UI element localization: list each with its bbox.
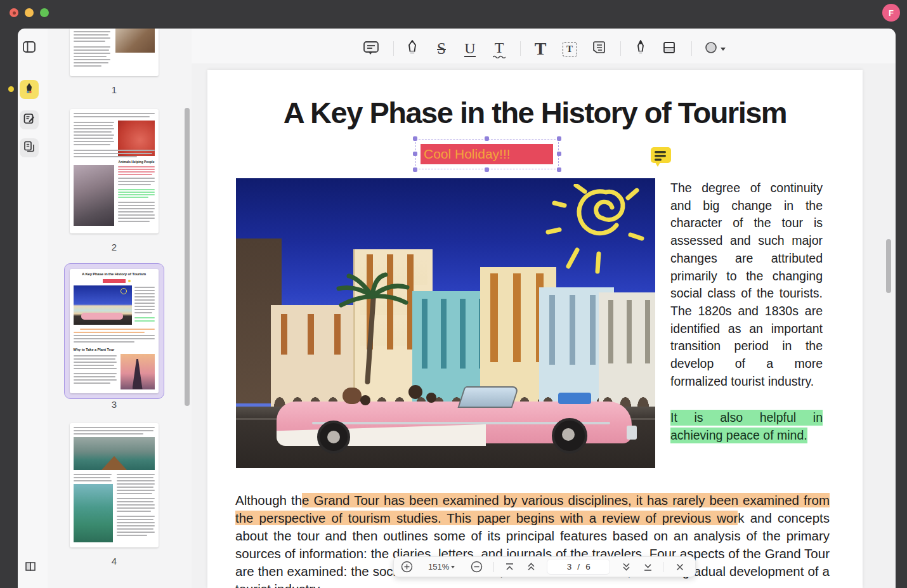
highlight-tool-button[interactable] [402,39,422,59]
page-separator: / [577,562,580,572]
body-text-right-column: The degree of continuity and big change … [670,180,823,390]
thumbnail-page-4-label: 4 [70,556,159,566]
highlighter-pen-icon [405,39,419,58]
eraser-icon [662,40,676,58]
thumb2-photo-cat [74,165,114,226]
first-page-button[interactable] [499,557,520,577]
selection-handle-ne[interactable] [557,136,561,141]
toggle-sidebar-button[interactable] [20,39,39,58]
strikethrough-icon: S [437,40,446,58]
thumbnail-page-4[interactable] [70,423,159,547]
green-highlighted-sentence[interactable]: It is also helpful in achieving peace of… [670,409,823,444]
circle-shape-icon [704,41,718,57]
blue-box [558,393,591,404]
sidebar-toggle-icon [22,41,36,56]
eraser-tool-button[interactable] [659,39,679,59]
thumbnail-page-2[interactable]: Animals Helping People [70,109,159,233]
book-icon [24,561,37,575]
zoom-window-button[interactable] [40,8,49,17]
add-text-tool-button[interactable]: T [530,39,551,59]
next-page-button[interactable] [615,557,637,577]
selection-handle-w[interactable] [413,152,417,156]
textbox-content[interactable]: Cool Holiday!!! [421,144,553,164]
zoom-in-button[interactable] [394,557,419,577]
zoom-out-button[interactable] [464,557,489,577]
squiggly-underline-tool-button[interactable]: T [489,39,509,59]
selection-handle-sw[interactable] [413,167,417,172]
green-highlight-mark: It is also helpful in achieving peace of… [670,410,823,443]
user-avatar[interactable]: F [882,4,900,22]
annotate-tool-button[interactable] [20,80,39,99]
active-tool-indicator-dot [8,86,14,92]
thumb2-heading: Animals Helping People [118,160,155,164]
current-page: 3 [567,562,572,572]
thumb3-redbox [103,279,126,283]
document-scrollbar[interactable] [886,239,891,293]
paragraph-pre: Although th [235,493,302,507]
selection-handle-n[interactable] [485,136,489,141]
thumb4-photo-lake [74,437,155,470]
squiggly-underline-icon: T [495,40,504,55]
zoom-level-dropdown[interactable]: 151% [419,557,464,577]
selected-textbox-annotation[interactable]: Cool Holiday!!! [415,139,559,169]
sticky-note-tool-button[interactable] [589,39,609,59]
thumb3-note-dot [128,280,131,282]
thumbnail-page-3-label: 3 [70,399,159,410]
thumb3-section-heading: Why to Take a Plant Tour [74,348,137,351]
thumbnail-page-3-selected[interactable]: A Key Phase in the History of Tourism Wh… [64,263,164,399]
thumbnail-page-2-label: 2 [70,242,159,252]
pages-copy-icon [23,140,36,155]
thumb1-photo-cats [115,29,155,53]
thumbnail-scrollbar[interactable] [185,108,190,406]
thumbnail-page-1-label: 1 [70,84,159,95]
minimize-window-button[interactable] [25,8,34,17]
selection-handle-s[interactable] [485,167,489,172]
reader-view-button[interactable] [21,558,40,577]
pen-tool-button[interactable] [630,39,651,59]
titlebar: F [0,0,907,29]
zoom-level-value: 151% [428,562,449,572]
previous-page-button[interactable] [520,557,542,577]
comment-bubble-icon [363,40,379,58]
strikethrough-tool-button[interactable]: S [431,39,452,59]
thumbnail-page-1[interactable] [70,29,159,76]
shape-tool-button[interactable] [701,39,728,59]
note-pencil-icon [23,112,36,127]
underline-tool-button[interactable]: U [460,39,480,59]
palm-fronds [331,272,414,317]
selection-handle-nw[interactable] [413,136,417,141]
total-pages: 6 [585,562,591,572]
pen-icon [634,39,647,58]
edit-note-tool-button[interactable] [20,110,39,129]
close-window-button[interactable] [10,8,18,17]
thumb4-photo-canyon [74,484,113,542]
page-number-input[interactable]: 3 / 6 [547,559,610,575]
dropdown-arrow-icon [721,48,726,51]
document-title: A Key Phase in the History of Tourism [220,95,850,130]
text-icon: T [535,39,547,59]
windshield [457,386,519,408]
underline-icon: U [464,41,475,57]
selection-handle-e[interactable] [557,152,561,156]
thumb3-photo-eiffel [121,354,155,389]
sticky-note-annotation[interactable] [649,146,672,167]
comment-tool-button[interactable] [361,39,381,59]
highlighter-marker-icon [23,82,36,97]
thumb3-title: A Key Phase in the History of Tourism [71,272,157,276]
floating-page-toolbar: 151% 3 / 6 [393,556,696,577]
thumb3-photo-havana [74,285,132,325]
text-box-tool-button[interactable]: T [559,39,580,59]
text-box-icon: T [563,42,577,56]
sticky-note-icon [591,40,606,58]
organize-pages-tool-button[interactable] [20,138,39,157]
zoom-dropdown-arrow-icon [451,566,455,568]
selection-handle-se[interactable] [557,167,561,172]
last-page-button[interactable] [637,557,658,577]
thumbnail-page-3[interactable]: A Key Phase in the History of Tourism Wh… [70,269,159,393]
close-toolbar-button[interactable] [668,557,692,577]
sun-doodle-annotation[interactable] [540,184,651,282]
